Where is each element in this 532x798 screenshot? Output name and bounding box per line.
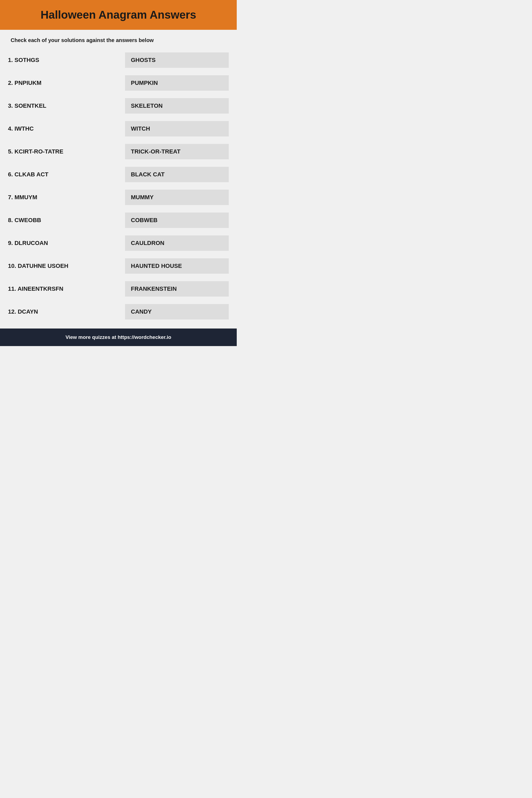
- table-row: 10. DATUHNE USOEHHAUNTED HOUSE: [8, 254, 229, 278]
- table-row: 5. KCIRT-RO-TATRETRICK-OR-TREAT: [8, 140, 229, 163]
- answer-text: CANDY: [125, 304, 229, 320]
- clue-text: 11. AINEENTKRSFN: [8, 285, 120, 292]
- clue-text: 7. MMUYM: [8, 194, 120, 201]
- table-row: 6. CLKAB ACTBLACK CAT: [8, 163, 229, 186]
- clue-text: 10. DATUHNE USOEH: [8, 263, 120, 269]
- answer-text: HAUNTED HOUSE: [125, 258, 229, 274]
- clue-text: 9. DLRUCOAN: [8, 240, 120, 247]
- answer-text: BLACK CAT: [125, 167, 229, 182]
- table-row: 11. AINEENTKRSFNFRANKENSTEIN: [8, 278, 229, 300]
- answer-text: COBWEB: [125, 212, 229, 228]
- answer-text: WITCH: [125, 121, 229, 136]
- clue-text: 12. DCAYN: [8, 308, 120, 315]
- table-row: 7. MMUYMMUMMY: [8, 186, 229, 209]
- answer-text: SKELETON: [125, 98, 229, 114]
- clue-text: 6. CLKAB ACT: [8, 171, 120, 178]
- answer-text: PUMPKIN: [125, 75, 229, 91]
- table-row: 8. CWEOBBCOBWEB: [8, 209, 229, 232]
- answer-text: FRANKENSTEIN: [125, 281, 229, 297]
- page-header: Halloween Anagram Answers: [0, 0, 237, 30]
- clue-text: 5. KCIRT-RO-TATRE: [8, 148, 120, 155]
- subtitle: Check each of your solutions against the…: [0, 30, 237, 46]
- clue-text: 8. CWEOBB: [8, 217, 120, 224]
- answer-text: TRICK-OR-TREAT: [125, 144, 229, 159]
- clue-text: 4. IWTHC: [8, 125, 120, 132]
- answers-content: 1. SOTHGSGHOSTS2. PNPIUKMPUMPKIN3. SOENT…: [0, 46, 237, 328]
- table-row: 2. PNPIUKMPUMPKIN: [8, 72, 229, 94]
- answer-text: GHOSTS: [125, 52, 229, 68]
- table-row: 4. IWTHCWITCH: [8, 117, 229, 140]
- table-row: 1. SOTHGSGHOSTS: [8, 49, 229, 72]
- footer-text: View more quizzes at https://wordchecker…: [65, 334, 171, 340]
- clue-text: 3. SOENTKEL: [8, 102, 120, 109]
- answer-text: MUMMY: [125, 190, 229, 205]
- page-title: Halloween Anagram Answers: [11, 8, 226, 21]
- page-footer: View more quizzes at https://wordchecker…: [0, 328, 237, 346]
- table-row: 3. SOENTKELSKELETON: [8, 94, 229, 117]
- table-row: 9. DLRUCOANCAULDRON: [8, 232, 229, 254]
- answer-text: CAULDRON: [125, 235, 229, 251]
- table-row: 12. DCAYNCANDY: [8, 300, 229, 323]
- clue-text: 1. SOTHGS: [8, 57, 120, 63]
- clue-text: 2. PNPIUKM: [8, 79, 120, 87]
